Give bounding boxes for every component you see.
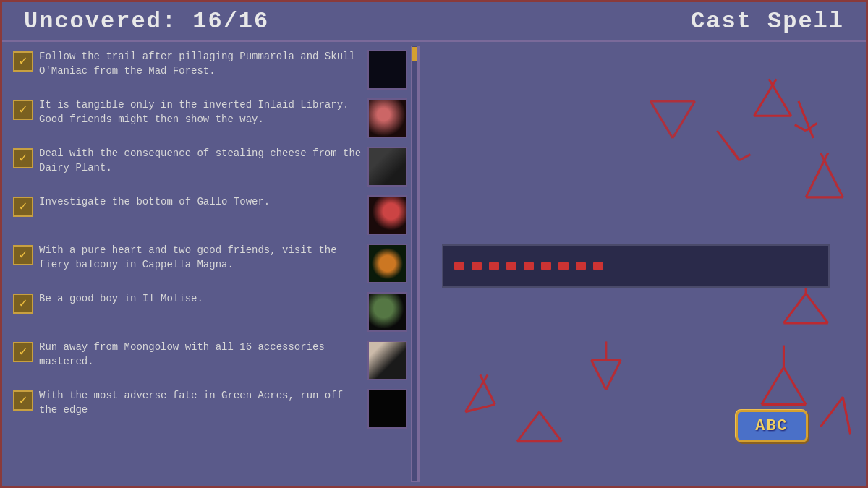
spell-input-area [442, 244, 830, 288]
checkmark-icon: ✓ [20, 152, 27, 165]
svg-line-13 [465, 375, 488, 412]
quest-image [367, 292, 407, 332]
quest-item: ✓Run away from Moongolow with all 16 acc… [9, 336, 411, 385]
quest-item: ✓Deal with the consequence of stealing c… [9, 142, 411, 191]
quest-checkbox[interactable]: ✓ [13, 197, 33, 217]
quest-text: Investigate the bottom of Gallo Tower. [39, 195, 362, 210]
main-window: Uncovered: 16/16 Cast Spell ✓Follow the … [0, 0, 868, 488]
spell-dot [576, 262, 586, 270]
svg-line-28 [717, 131, 739, 160]
svg-line-26 [673, 101, 695, 138]
abc-button-label: ABC [755, 417, 788, 435]
checkmark-icon: ✓ [20, 200, 27, 213]
quest-image [367, 147, 407, 187]
checkmark-icon: ✓ [20, 103, 27, 116]
checkmark-icon: ✓ [20, 249, 27, 262]
scroll-thumb[interactable] [412, 47, 417, 61]
quest-text: Be a good boy in Il Molise. [39, 292, 362, 307]
quest-item: ✓Be a good boy in Il Molise. [9, 288, 411, 336]
quest-image [367, 244, 407, 283]
spell-dot [593, 262, 603, 270]
svg-line-20 [783, 367, 806, 404]
quest-text: With a pure heart and two good friends, … [39, 244, 362, 272]
quest-image [367, 389, 407, 429]
svg-line-8 [806, 153, 828, 197]
svg-line-23 [821, 397, 843, 427]
svg-line-32 [606, 360, 621, 390]
quest-item: ✓It is tangible only in the inverted Inl… [9, 94, 411, 142]
quest-text: Follow the trail after pillaging Pummaro… [39, 50, 362, 78]
quest-image [367, 341, 407, 380]
quest-text: It is tangible only in the inverted Inla… [39, 98, 362, 127]
quest-checkbox[interactable]: ✓ [13, 148, 33, 168]
svg-line-17 [540, 412, 562, 442]
content-area: ✓Follow the trail after pillaging Pummar… [2, 42, 866, 486]
spell-dot [489, 262, 499, 270]
quest-list: ✓Follow the trail after pillaging Pummar… [9, 46, 411, 433]
checkmark-icon: ✓ [20, 346, 27, 359]
svg-line-25 [650, 101, 673, 138]
spell-dot [472, 262, 482, 270]
quest-checkbox[interactable]: ✓ [13, 294, 33, 314]
header: Uncovered: 16/16 Cast Spell [2, 2, 866, 42]
checkmark-icon: ✓ [20, 55, 27, 68]
svg-line-29 [732, 149, 739, 160]
quest-item: ✓Follow the trail after pillaging Pummar… [9, 46, 411, 94]
svg-line-10 [806, 294, 828, 323]
cast-spell-title: Cast Spell [691, 8, 844, 35]
quest-image [367, 98, 407, 138]
svg-line-5 [795, 125, 806, 131]
spell-dot [541, 262, 551, 270]
svg-line-9 [783, 294, 806, 323]
svg-line-16 [517, 412, 540, 442]
svg-line-0 [769, 79, 791, 116]
quest-item: ✓With the most adverse fate in Green Acr… [9, 385, 411, 433]
svg-line-24 [843, 397, 850, 434]
svg-line-14 [465, 404, 495, 411]
svg-line-31 [591, 360, 605, 390]
quest-checkbox[interactable]: ✓ [13, 51, 33, 72]
quest-checkbox[interactable]: ✓ [13, 100, 33, 120]
svg-line-30 [739, 155, 750, 160]
abc-button[interactable]: ABC [736, 410, 808, 442]
quest-image [367, 195, 407, 235]
quest-panel: ✓Follow the trail after pillaging Pummar… [2, 42, 418, 486]
uncovered-counter: Uncovered: 16/16 [24, 8, 269, 35]
quest-text: Run away from Moongolow with all 16 acce… [39, 341, 362, 369]
quest-checkbox[interactable]: ✓ [13, 245, 33, 265]
svg-line-19 [762, 367, 784, 404]
quest-item: ✓Investigate the bottom of Gallo Tower. [9, 191, 411, 239]
quest-item: ✓With a pure heart and two good friends,… [9, 239, 411, 288]
scroll-bar[interactable] [411, 46, 418, 482]
quest-checkbox[interactable]: ✓ [13, 390, 33, 411]
quest-checkbox[interactable]: ✓ [13, 342, 33, 362]
checkmark-icon: ✓ [20, 297, 27, 310]
quest-text: Deal with the consequence of stealing ch… [39, 147, 362, 175]
svg-line-4 [806, 124, 817, 131]
svg-line-15 [480, 375, 495, 405]
svg-line-2 [754, 79, 777, 116]
spell-dot [506, 262, 516, 270]
quest-image [367, 50, 407, 90]
quest-text: With the most adverse fate in Green Acre… [39, 389, 362, 417]
spell-dot [524, 262, 534, 270]
svg-line-6 [821, 153, 843, 197]
spell-dots [454, 262, 603, 270]
spell-panel: ABC [420, 42, 866, 486]
spell-dot [454, 262, 464, 270]
svg-line-3 [799, 101, 813, 138]
checkmark-icon: ✓ [20, 394, 27, 407]
spell-dot [558, 262, 569, 270]
